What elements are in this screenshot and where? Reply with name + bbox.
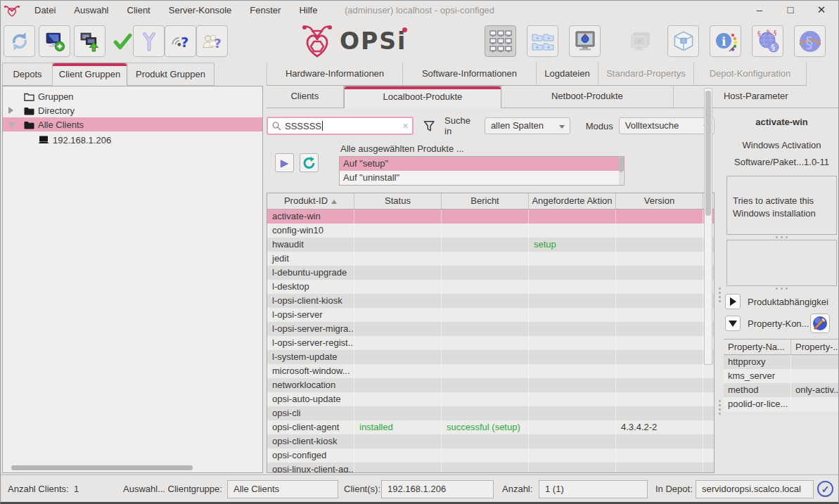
cell-produkt-id: opsi-linux-client-ag... — [267, 463, 354, 473]
panel-splitter-handle[interactable] — [717, 287, 722, 302]
info-tab[interactable]: Logdateien — [537, 63, 598, 85]
product-row[interactable]: l-desktop — [267, 280, 714, 294]
action-list-item[interactable]: Auf "uninstall" — [340, 171, 624, 185]
product-row[interactable]: jedit — [267, 252, 714, 266]
product-row[interactable]: opsi-cli — [267, 406, 714, 420]
collapse-arrow-icon[interactable] — [8, 122, 15, 127]
window-control-button[interactable]: ✕ — [806, 1, 837, 19]
product-row[interactable]: opsi-configed — [267, 448, 714, 463]
expand-arrow-icon[interactable] — [8, 107, 13, 114]
cell-aktion — [529, 294, 616, 308]
clear-search-icon[interactable]: × — [402, 120, 408, 131]
tree-item-alle-clients[interactable]: Alle Clients — [3, 117, 262, 131]
tree-item-directory[interactable]: Directory — [3, 103, 262, 117]
session-info-button[interactable]: ? — [165, 25, 196, 57]
action-list-scrollbar[interactable] — [619, 157, 623, 185]
secondary-tab[interactable]: Clients — [267, 86, 344, 108]
cell-bericht — [442, 294, 529, 308]
groups-view-button[interactable] — [527, 25, 558, 57]
product-row[interactable]: opsi-client-kiosk — [267, 434, 714, 448]
menu-item[interactable]: Server-Konsole — [160, 1, 241, 20]
info-tab[interactable]: Software-Informationen — [403, 63, 537, 85]
secondary-tab[interactable]: Localboot-Produkte — [344, 86, 501, 108]
product-row[interactable]: l-system-update — [267, 350, 714, 364]
product-row[interactable]: l-opsi-server — [267, 308, 714, 322]
product-search-input[interactable]: SSSSSS × — [267, 117, 414, 135]
property-row[interactable]: kms_server — [724, 369, 839, 383]
product-row[interactable]: l-opsi-server-migra... — [267, 322, 714, 336]
product-row[interactable]: networklocation — [267, 378, 714, 392]
licenses-view-button[interactable] — [569, 25, 601, 57]
property-row[interactable]: method only-activ... — [724, 383, 839, 397]
tree-horizontal-scrollbar[interactable] — [11, 465, 193, 470]
product-row[interactable]: l-opsi-server-regist... — [267, 336, 714, 350]
opsi-module-button[interactable] — [667, 25, 699, 57]
clients-view-button[interactable] — [485, 25, 516, 57]
column-produkt-id[interactable]: Produkt-ID — [267, 193, 354, 209]
column-status[interactable]: Status — [354, 193, 442, 209]
menu-item[interactable]: Fenster — [241, 1, 290, 20]
column-property-name[interactable]: Property-Na... — [724, 340, 791, 354]
cell-produkt-id: config-win10 — [267, 224, 354, 238]
cell-property-name: kms_server — [724, 369, 791, 383]
info-tab[interactable]: Depot-Konfiguration — [694, 63, 807, 85]
filter-funnel-icon[interactable] — [423, 120, 435, 132]
info-tab[interactable]: Standard-Propertys — [598, 63, 694, 85]
window-control-button[interactable]: □ — [775, 1, 806, 19]
column-angeforderte-aktion[interactable]: Angeforderte Aktion — [529, 193, 616, 209]
resize-handle-icon[interactable] — [724, 287, 839, 290]
license-usage-button[interactable]: § § § § — [752, 25, 783, 57]
tree-item-client[interactable]: 192.168.1.206 — [3, 133, 262, 147]
group-actions-button[interactable] — [133, 25, 165, 57]
cell-aktion — [529, 308, 616, 322]
resize-handle-icon[interactable] — [724, 236, 839, 238]
cell-produkt-id: microsoft-window... — [267, 364, 354, 378]
window-control-button[interactable]: – — [744, 1, 775, 19]
reset-products-button[interactable] — [74, 25, 105, 57]
action-list: Auf "setup"Auf "uninstall" — [339, 156, 625, 186]
expand-dependencies-button[interactable] — [725, 294, 741, 309]
secondary-tab[interactable]: Netboot-Produkte — [501, 86, 673, 108]
execute-button[interactable]: ▶ — [275, 153, 294, 172]
property-row[interactable]: poolid-or-lice... — [724, 397, 839, 411]
licenses-button[interactable]: § — [794, 25, 826, 57]
group-tab[interactable]: Client Gruppen — [53, 63, 127, 86]
create-client-button[interactable] — [39, 25, 70, 57]
product-row[interactable]: config-win10 — [267, 224, 714, 238]
show-info-button[interactable]: i — [710, 25, 741, 57]
menu-item[interactable]: Datei — [25, 1, 65, 20]
menu-item[interactable]: Client — [118, 1, 160, 20]
product-row[interactable]: l-opsi-client-kiosk — [267, 294, 714, 308]
suche-in-select[interactable]: allen Spalten — [485, 117, 570, 134]
product-row[interactable]: opsi-client-agent installed successful (… — [267, 420, 714, 434]
column-bericht[interactable]: Bericht — [442, 193, 529, 209]
modus-select[interactable]: Volltextsuche — [619, 117, 715, 134]
group-tab[interactable]: Depots — [2, 63, 53, 86]
product-row[interactable]: l-debuntu-upgrade — [267, 266, 714, 280]
product-row[interactable]: opsi-auto-update — [267, 392, 714, 406]
refresh-button[interactable] — [4, 25, 35, 57]
product-row[interactable]: activate-win — [267, 209, 714, 224]
product-row[interactable]: hwaudit setup — [267, 238, 714, 252]
user-roles-button[interactable]: ? — [196, 25, 228, 57]
menu-item[interactable]: Auswahl — [65, 1, 117, 20]
group-tab[interactable]: Produkt Gruppen — [127, 63, 214, 86]
triangle-down-icon — [729, 321, 737, 327]
secondary-tab[interactable]: Host-Parameter — [674, 86, 838, 108]
collapse-properties-button[interactable] — [725, 316, 741, 331]
menu-item[interactable]: Hilfe — [290, 1, 326, 20]
product-package: Software/Paket...1.0-11 — [724, 157, 839, 167]
action-list-item[interactable]: Auf "setup" — [340, 157, 624, 171]
reload-button[interactable] — [300, 153, 319, 172]
info-tab[interactable]: Hardware-Informationen — [267, 63, 403, 85]
edit-properties-button[interactable] — [810, 314, 830, 333]
tree-item-gruppen[interactable]: Gruppen — [3, 89, 262, 103]
product-row[interactable]: opsi-linux-client-ag... — [267, 463, 714, 473]
panel-splitter-handle[interactable] — [717, 400, 722, 415]
product-table-scrollbar[interactable] — [704, 88, 712, 365]
product-name: Windows Activation — [724, 140, 839, 150]
column-version[interactable]: Version — [616, 193, 703, 209]
product-row[interactable]: microsoft-window... — [267, 364, 714, 378]
property-row[interactable]: httpproxy — [724, 355, 839, 369]
column-property-value[interactable]: Property-... — [791, 340, 839, 354]
